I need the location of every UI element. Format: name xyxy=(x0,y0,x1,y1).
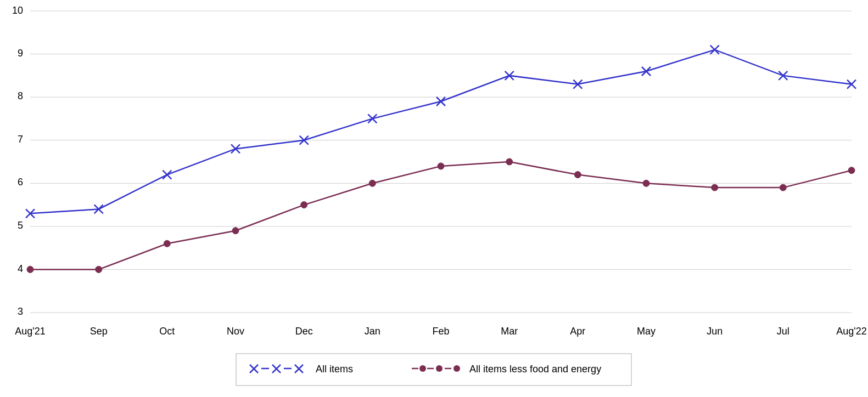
svg-point-61 xyxy=(453,365,460,372)
svg-point-35 xyxy=(96,266,102,273)
svg-point-34 xyxy=(27,266,33,273)
svg-point-38 xyxy=(301,202,307,208)
legend-label-all-items: All items xyxy=(316,364,353,375)
core-items-line xyxy=(30,162,852,269)
core-items-markers xyxy=(27,158,855,273)
legend-label-core: All items less food and energy xyxy=(469,364,601,375)
x-label-feb: Feb xyxy=(432,326,449,337)
x-label-aug22: Aug'22 xyxy=(836,326,867,337)
svg-point-56 xyxy=(419,365,426,372)
y-label-10: 10 xyxy=(12,5,23,16)
y-label-5: 5 xyxy=(18,220,23,231)
x-label-jan: Jan xyxy=(365,326,380,337)
svg-point-40 xyxy=(438,163,444,169)
chart-container: 10 9 8 7 6 5 4 3 xyxy=(0,0,868,397)
x-label-oct: Oct xyxy=(159,326,175,337)
svg-point-37 xyxy=(232,228,239,234)
x-label-sep: Sep xyxy=(90,326,108,337)
svg-point-44 xyxy=(712,184,718,191)
line-chart: 10 9 8 7 6 5 4 3 xyxy=(0,0,868,397)
all-items-line xyxy=(30,50,852,214)
svg-point-43 xyxy=(643,180,649,186)
y-label-7: 7 xyxy=(18,134,23,145)
x-label-may: May xyxy=(637,326,656,337)
y-label-4: 4 xyxy=(18,263,23,274)
y-label-9: 9 xyxy=(18,48,23,59)
x-label-dec: Dec xyxy=(295,326,313,337)
x-label-apr: Apr xyxy=(570,326,585,337)
y-label-3: 3 xyxy=(18,306,23,317)
svg-point-39 xyxy=(369,180,376,186)
x-label-nov: Nov xyxy=(227,326,244,337)
y-label-8: 8 xyxy=(18,90,23,101)
svg-point-59 xyxy=(436,365,443,372)
all-items-markers xyxy=(26,46,856,218)
x-label-aug21: Aug'21 xyxy=(15,326,46,337)
svg-point-45 xyxy=(780,184,786,191)
svg-point-46 xyxy=(848,167,855,174)
svg-point-42 xyxy=(574,172,581,178)
svg-point-36 xyxy=(164,240,170,247)
y-label-6: 6 xyxy=(18,177,23,188)
x-label-jul: Jul xyxy=(777,326,789,337)
svg-point-41 xyxy=(506,158,513,165)
x-label-mar: Mar xyxy=(501,326,518,337)
x-label-jun: Jun xyxy=(707,326,723,337)
